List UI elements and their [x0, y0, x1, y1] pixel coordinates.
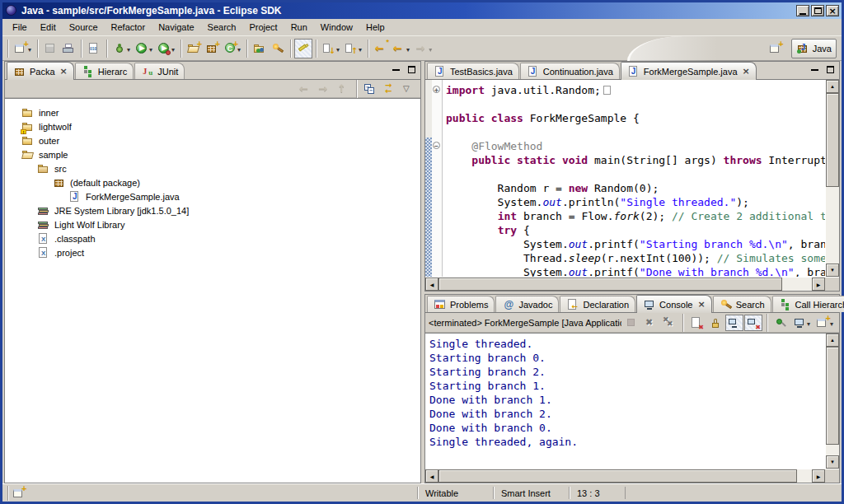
collapse-fold-icon[interactable]: [433, 142, 440, 149]
scroll-up-button[interactable]: [826, 80, 839, 93]
dropdown-arrow-icon[interactable]: [359, 44, 362, 54]
maximize-view-button[interactable]: [405, 63, 418, 75]
scroll-thumb[interactable]: [826, 93, 839, 187]
dropdown-arrow-icon[interactable]: [429, 44, 432, 54]
forward-button[interactable]: →: [412, 39, 434, 58]
scroll-track[interactable]: [438, 278, 812, 291]
close-tab-icon[interactable]: [60, 66, 68, 77]
dropdown-arrow-icon[interactable]: [406, 44, 410, 54]
menu-help[interactable]: Help: [359, 20, 392, 35]
search-torch-button[interactable]: [269, 39, 287, 58]
tree-item-jre-system-library-jdk1-5-0-14[interactable]: JRE System Library [jdk1.5.0_14]: [5, 203, 420, 217]
console-output[interactable]: Single threaded.Starting branch 0.Starti…: [425, 334, 825, 469]
tree-item-light-wolf-library[interactable]: Light Wolf Library: [5, 217, 420, 231]
nav-forward-button[interactable]: →: [315, 81, 333, 97]
scroll-right-button[interactable]: [812, 278, 825, 291]
code-editor[interactable]: import java.util.Random;public class For…: [443, 80, 825, 277]
back-button[interactable]: ←: [390, 39, 412, 58]
run-button[interactable]: ▶: [133, 39, 155, 58]
collapse-all-button[interactable]: [361, 81, 379, 97]
nav-back-button[interactable]: ←: [296, 81, 314, 97]
next-annotation-button[interactable]: ↓: [320, 39, 342, 58]
dropdown-arrow-icon[interactable]: [127, 44, 130, 54]
tree-item-default-package[interactable]: (default package): [5, 175, 420, 189]
console-horizontal-scrollbar[interactable]: [425, 469, 839, 483]
maximize-window-button[interactable]: [811, 5, 824, 16]
view-tab-hierarc[interactable]: Hierarc: [75, 63, 134, 79]
open-perspective-button[interactable]: +: [764, 39, 787, 58]
menu-source[interactable]: Source: [63, 20, 105, 35]
view-tab-problems[interactable]: Problems: [427, 296, 495, 312]
package-explorer-tree[interactable]: inner!lightwolfoutersamplesrc(default pa…: [5, 98, 420, 483]
show-stdout-button[interactable]: [725, 315, 743, 331]
scroll-thumb[interactable]: [438, 469, 797, 483]
editor-tab-continuation-java[interactable]: JContinuation.java: [520, 63, 620, 79]
scroll-lock-button[interactable]: [706, 315, 724, 331]
minimize-window-button[interactable]: [796, 5, 809, 16]
new-class-button[interactable]: C+: [221, 39, 243, 58]
binary-010-button[interactable]: 010: [85, 39, 103, 58]
new-wizard-button[interactable]: +: [12, 39, 34, 58]
menu-project[interactable]: Project: [242, 20, 284, 35]
fast-view-button[interactable]: +: [7, 486, 26, 501]
open-console-button[interactable]: +: [814, 315, 836, 331]
editor-tab-forkmergesample-java[interactable]: JForkMergeSample.java: [621, 62, 757, 80]
dropdown-arrow-icon[interactable]: [149, 44, 152, 54]
view-tab-junit[interactable]: JuJUnit: [134, 63, 185, 79]
view-menu-button[interactable]: [399, 81, 417, 97]
dropdown-arrow-icon[interactable]: [336, 44, 340, 54]
new-java-project-button[interactable]: +: [185, 39, 203, 58]
link-editor-button[interactable]: →←: [380, 81, 398, 97]
scroll-track[interactable]: [826, 93, 839, 264]
pin-console-button[interactable]: [771, 315, 790, 331]
scroll-thumb[interactable]: [438, 278, 782, 291]
folding-ruler[interactable]: [432, 80, 443, 277]
close-tab-icon[interactable]: [743, 66, 750, 77]
scroll-track[interactable]: [826, 347, 839, 455]
menu-search[interactable]: Search: [201, 20, 243, 35]
view-tab-javadoc[interactable]: @Javadoc: [495, 296, 559, 312]
save-button[interactable]: [41, 39, 59, 58]
tree-item-classpath[interactable]: X.classpath: [5, 231, 420, 245]
clear-console-button[interactable]: [687, 315, 706, 331]
scroll-up-button[interactable]: [826, 334, 839, 347]
editor-horizontal-scrollbar[interactable]: [425, 277, 839, 291]
view-tab-packa[interactable]: Packa: [7, 62, 74, 80]
view-tab-call-hierarchy[interactable]: Call Hierarchy: [772, 296, 844, 312]
scroll-down-button[interactable]: [826, 455, 839, 469]
tree-item-forkmergesample-java[interactable]: JForkMergeSample.java: [5, 189, 420, 203]
dropdown-arrow-icon[interactable]: [171, 44, 175, 54]
minimize-view-button[interactable]: [389, 63, 402, 75]
menu-run[interactable]: Run: [284, 20, 314, 35]
debug-button[interactable]: [110, 39, 133, 58]
tree-item-sample[interactable]: sample: [5, 147, 420, 161]
mark-occurrences-button[interactable]: [294, 39, 312, 58]
scroll-down-button[interactable]: [826, 264, 839, 277]
open-type-button[interactable]: [251, 39, 269, 58]
menu-edit[interactable]: Edit: [34, 20, 63, 35]
close-window-button[interactable]: ×: [826, 5, 839, 16]
remove-launch-button[interactable]: [641, 315, 659, 331]
tree-item-lightwolf[interactable]: !lightwolf: [5, 119, 420, 133]
tree-item-src[interactable]: src: [5, 161, 420, 175]
scroll-track[interactable]: [438, 469, 812, 483]
expand-fold-icon[interactable]: [433, 86, 440, 93]
tree-item-project[interactable]: X.project: [5, 245, 420, 259]
view-tab-declaration[interactable]: ←Declaration: [560, 296, 635, 312]
dropdown-arrow-icon[interactable]: [807, 318, 810, 328]
menu-navigate[interactable]: Navigate: [152, 20, 200, 35]
show-stderr-button[interactable]: [744, 315, 762, 331]
editor-tab-testbasics-java[interactable]: JTestBasics.java: [427, 63, 519, 79]
tree-item-outer[interactable]: outer: [5, 133, 420, 147]
print-button[interactable]: [59, 39, 77, 58]
menu-window[interactable]: Window: [314, 20, 359, 35]
profile-button[interactable]: ▶: [155, 39, 177, 58]
last-edit-location-button[interactable]: ←*: [372, 39, 390, 58]
prev-annotation-button[interactable]: ↑: [342, 39, 364, 58]
new-package-button[interactable]: +: [203, 39, 221, 58]
scroll-thumb[interactable]: [826, 347, 839, 445]
display-console-button[interactable]: [790, 315, 813, 331]
remove-all-terminated-button[interactable]: [660, 315, 678, 331]
minimize-view-button[interactable]: [808, 63, 821, 75]
console-vertical-scrollbar[interactable]: [825, 334, 839, 469]
